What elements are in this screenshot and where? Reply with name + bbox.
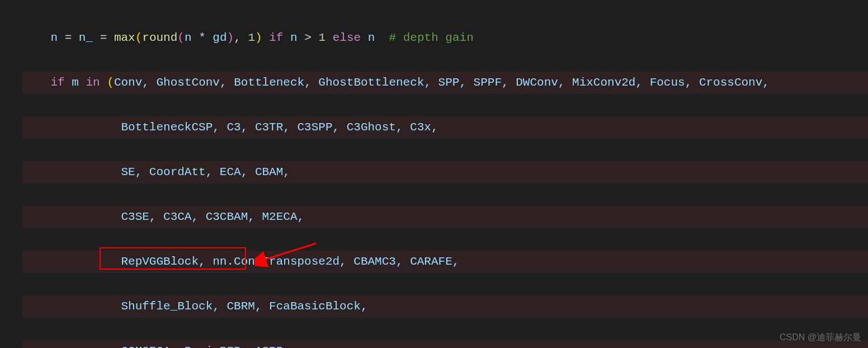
watermark: CSDN @迪菲赫尔曼 bbox=[780, 332, 861, 344]
code-editor[interactable]: n = n_ = max(round(n * gd), 1) if n > 1 … bbox=[22, 0, 770, 348]
code-line[interactable]: SE, CoordAtt, ECA, CBAM, bbox=[22, 161, 770, 184]
code-line[interactable]: BottleneckCSP, C3, C3TR, C3SPP, C3Ghost,… bbox=[22, 116, 770, 139]
code-line[interactable]: C3M2ECA, BasicRFB, ASPP, bbox=[22, 340, 770, 348]
code-line[interactable]: Shuffle_Block, CBRM, FcaBasicBlock, bbox=[22, 295, 770, 318]
function: round bbox=[142, 31, 177, 44]
code-line[interactable]: RepVGGBlock, nn.ConvTranspose2d, CBAMC3,… bbox=[22, 251, 770, 273]
editor-gutter bbox=[0, 0, 17, 348]
code-line[interactable]: if m in (Conv, GhostConv, Bottleneck, Gh… bbox=[22, 72, 770, 94]
function: max bbox=[114, 31, 135, 44]
comment: # depth gain bbox=[389, 31, 474, 44]
variable: n_ bbox=[79, 31, 93, 44]
code-line[interactable]: n = n_ = max(round(n * gd), 1) if n > 1 … bbox=[22, 27, 770, 49]
code-line[interactable]: C3SE, C3CA, C3CBAM, M2ECA, bbox=[22, 206, 770, 228]
variable: n bbox=[50, 31, 58, 44]
